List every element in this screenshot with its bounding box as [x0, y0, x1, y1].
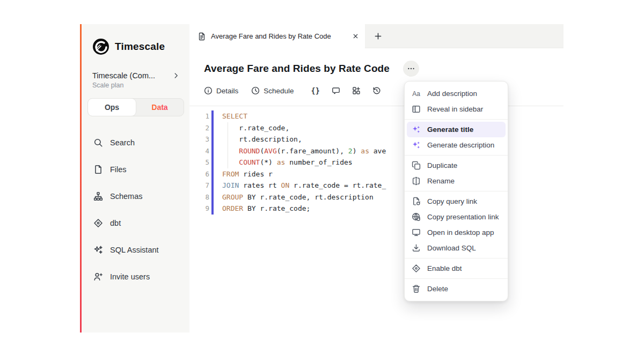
- indent-guide: [228, 122, 228, 168]
- schema-icon: [93, 191, 103, 201]
- toggle-ops[interactable]: Ops: [88, 99, 136, 116]
- plan-label: Scale plan: [92, 82, 189, 89]
- menu-item-label: Delete: [427, 285, 448, 293]
- rename-icon: [412, 176, 421, 186]
- mode-toggle: Ops Data: [87, 98, 184, 116]
- menu-item-label: Download SQL: [427, 244, 476, 252]
- menu-group: Generate titleGenerate description: [405, 119, 508, 155]
- line-number: 6: [189, 168, 211, 180]
- sidebar-nav: SearchFilesSchemasdbtSQL AssistantInvite…: [82, 129, 189, 290]
- info-icon: [204, 86, 213, 95]
- clock-icon: [251, 86, 260, 95]
- invite-users-icon: [93, 272, 103, 282]
- line-number: 8: [189, 191, 211, 203]
- sidebar-item-dbt[interactable]: dbt: [82, 210, 189, 237]
- duplicate-icon: [412, 161, 421, 170]
- more-options-button[interactable]: [403, 61, 419, 77]
- project-selector[interactable]: Timescale (Com...: [92, 71, 180, 80]
- comment-icon: [332, 86, 340, 95]
- document-icon: [197, 32, 206, 41]
- sidebar-item-sql-assistant[interactable]: SQL Assistant: [82, 237, 189, 263]
- menu-item-copy-presentation-link[interactable]: Copy presentation link: [405, 209, 508, 225]
- code-text: r.rate_code,: [214, 122, 289, 134]
- menu-item-add-description[interactable]: AaAdd description: [405, 86, 508, 101]
- menu-item-generate-title[interactable]: Generate title: [407, 122, 506, 137]
- line-number: 9: [189, 203, 211, 215]
- page-title: Average Fare and Rides by Rate Code: [204, 63, 390, 75]
- sidebar-item-schemas[interactable]: Schemas: [82, 183, 189, 210]
- toolbar-item-label: Schedule: [264, 87, 294, 95]
- line-number: 7: [189, 180, 211, 191]
- code-text: GROUP BY r.rate_code, rt.description: [214, 191, 374, 203]
- chevron-right-icon: [172, 72, 180, 79]
- code-text: rt.description,: [214, 134, 302, 145]
- toolbar: DetailsSchedule{}: [204, 86, 564, 95]
- code-text: JOIN rates rt ON r.rate_code = rt.rate_: [214, 180, 386, 191]
- sparkles-icon: [93, 245, 103, 255]
- menu-item-reveal-in-sidebar[interactable]: Reveal in sidebar: [405, 101, 508, 117]
- sidebar-item-label: Schemas: [110, 192, 142, 201]
- sidebar-item-invite-users[interactable]: Invite users: [82, 263, 189, 290]
- toolbar-details-button[interactable]: Details: [204, 86, 238, 95]
- toggle-data[interactable]: Data: [136, 99, 184, 116]
- copy-link-icon: [412, 197, 421, 206]
- new-tab-button[interactable]: [367, 24, 389, 48]
- menu-item-label: Rename: [427, 177, 455, 185]
- sidebar-item-files[interactable]: Files: [82, 156, 189, 183]
- line-number: 3: [189, 134, 211, 145]
- download-icon: [412, 243, 421, 253]
- tab-active[interactable]: Average Fare and Rides by Rate Code: [189, 24, 365, 48]
- menu-group: DuplicateRename: [405, 155, 508, 191]
- sidebar-item-label: dbt: [110, 219, 121, 227]
- toolbar-schedule-button[interactable]: Schedule: [251, 86, 294, 95]
- menu-group: Enable dbt: [405, 258, 508, 278]
- code-text: COUNT(*) as number_of_rides: [214, 157, 353, 168]
- menu-group: AaAdd descriptionReveal in sidebar: [405, 84, 508, 119]
- menu-item-label: Duplicate: [427, 161, 457, 169]
- menu-item-delete[interactable]: Delete: [405, 281, 508, 297]
- presentation-link-icon: [412, 212, 421, 221]
- project-name: Timescale (Com...: [92, 71, 155, 80]
- menu-item-download-sql[interactable]: Download SQL: [405, 240, 508, 256]
- menu-item-generate-description[interactable]: Generate description: [405, 137, 508, 153]
- code-text: SELECT: [214, 110, 247, 122]
- blocks-icon: [352, 86, 361, 95]
- tab-label: Average Fare and Rides by Rate Code: [211, 32, 346, 40]
- menu-item-label: Generate description: [427, 141, 494, 149]
- menu-item-open-in-desktop-app[interactable]: Open in desktop app: [405, 225, 508, 240]
- reveal-sidebar-icon: [412, 105, 421, 114]
- menu-item-copy-query-link[interactable]: Copy query link: [405, 194, 508, 209]
- toolbar-comment-button[interactable]: [332, 86, 340, 95]
- sidebar-item-label: SQL Assistant: [110, 246, 159, 254]
- sparkles-icon: [412, 141, 421, 150]
- tab-close-icon[interactable]: [351, 32, 360, 41]
- toolbar-blocks-button[interactable]: [352, 86, 361, 95]
- brand-logo-row: Timescale: [82, 24, 189, 55]
- toolbar-item-label: Details: [216, 87, 238, 95]
- desktop-icon: [412, 228, 421, 237]
- dbt-icon: [93, 218, 103, 228]
- sidebar: Timescale Timescale (Com... Scale plan O…: [82, 24, 189, 333]
- trash-icon: [412, 284, 421, 293]
- search-icon: [93, 138, 103, 147]
- history-icon: [372, 86, 381, 95]
- code-text: FROM rides r: [214, 168, 273, 180]
- menu-item-label: Reveal in sidebar: [427, 105, 483, 113]
- file-icon: [93, 165, 103, 174]
- sidebar-item-search[interactable]: Search: [82, 129, 189, 156]
- toolbar-history-button[interactable]: [372, 86, 381, 95]
- code-text: ROUND(AVG(r.fare_amount), 2) as ave: [214, 145, 386, 157]
- dbt-icon: [412, 264, 421, 273]
- line-number: 4: [189, 145, 211, 157]
- menu-item-duplicate[interactable]: Duplicate: [405, 158, 508, 173]
- sidebar-item-label: Invite users: [110, 272, 150, 281]
- timescale-logo-icon: [92, 38, 109, 55]
- code-text: ORDER BY r.rate_code;: [214, 203, 310, 215]
- toolbar-braces-button[interactable]: {}: [311, 86, 320, 95]
- menu-item-rename[interactable]: Rename: [405, 173, 508, 189]
- menu-item-label: Open in desktop app: [427, 228, 494, 237]
- sidebar-item-label: Search: [110, 138, 135, 147]
- menu-item-enable-dbt[interactable]: Enable dbt: [405, 261, 508, 276]
- line-number: 1: [189, 110, 211, 122]
- menu-item-label: Generate title: [427, 125, 473, 134]
